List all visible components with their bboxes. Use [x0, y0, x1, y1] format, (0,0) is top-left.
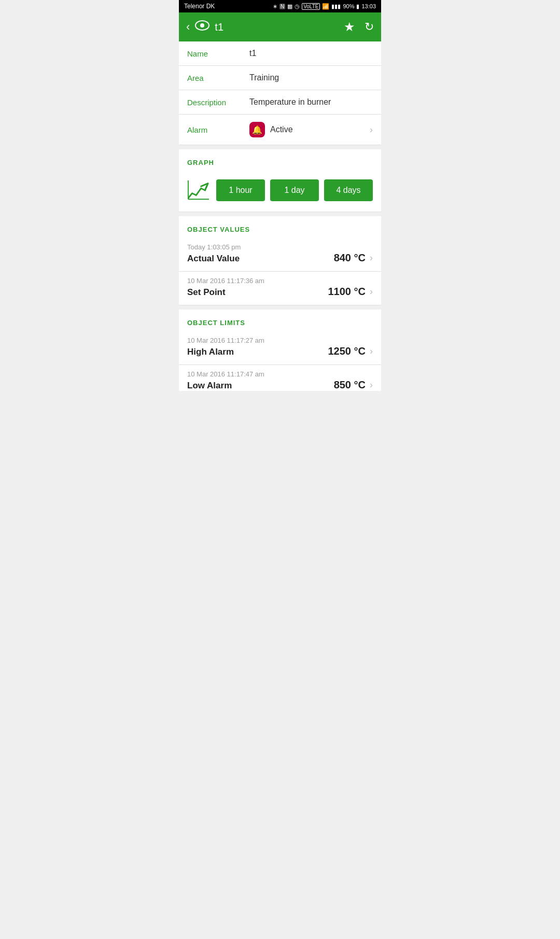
name-label: Name: [187, 49, 249, 58]
area-value: Training: [249, 73, 373, 82]
actual-value-inner: Actual Value 840 °C ›: [187, 252, 373, 264]
description-label: Description: [187, 98, 249, 107]
set-point-inner: Set Point 1100 °C ›: [187, 286, 373, 298]
battery-icon: ▮: [356, 3, 359, 10]
alarm-row[interactable]: Alarm 🔔 Active ›: [179, 115, 381, 145]
high-alarm-row[interactable]: 10 Mar 2016 11:17:27 am High Alarm 1250 …: [179, 331, 381, 365]
status-icons: ∗ N ▩ ◷ VoLTE 📶 ▮▮▮ 90% ▮ 13:03: [273, 3, 376, 10]
high-alarm-inner: High Alarm 1250 °C ›: [187, 345, 373, 357]
low-alarm-timestamp: 10 Mar 2016 11:17:47 am: [187, 370, 373, 378]
alarm-status: Active: [270, 125, 293, 134]
graph-controls: 1 hour 1 day 4 days: [187, 179, 373, 201]
actual-value-timestamp: Today 1:03:05 pm: [187, 243, 373, 251]
battery-label: 90%: [343, 3, 354, 9]
volte-icon: VoLTE: [302, 3, 320, 10]
svg-point-1: [200, 23, 204, 27]
page-title: t1: [215, 21, 344, 33]
object-values-section-header: OBJECT VALUES: [179, 216, 381, 238]
graph-section: 1 hour 1 day 4 days: [179, 171, 381, 212]
low-alarm-row[interactable]: 10 Mar 2016 11:17:47 am Low Alarm 850 °C…: [179, 365, 381, 391]
nfc-icon: N: [279, 4, 285, 9]
low-alarm-reading: 850 °C: [334, 379, 366, 391]
vibrate-icon: ▩: [287, 3, 292, 10]
set-point-reading: 1100 °C: [328, 286, 366, 298]
graph-chart-icon: [187, 179, 209, 201]
alarm-chevron-icon: ›: [370, 124, 373, 135]
description-value: Temperature in burner: [249, 97, 373, 107]
divider-3: [179, 305, 381, 310]
description-row: Description Temperature in burner: [179, 90, 381, 115]
high-alarm-reading: 1250 °C: [328, 345, 366, 357]
back-button[interactable]: ‹: [186, 20, 190, 34]
graph-1hour-button[interactable]: 1 hour: [216, 179, 265, 201]
graph-section-header: GRAPH: [179, 149, 381, 171]
time-label: 13:03: [361, 3, 376, 9]
area-row: Area Training: [179, 66, 381, 90]
bluetooth-icon: ∗: [273, 3, 277, 10]
carrier-label: Telenor DK: [184, 3, 215, 10]
divider-1: [179, 145, 381, 149]
area-label: Area: [187, 74, 249, 82]
graph-section-title: GRAPH: [187, 159, 214, 166]
graph-4days-button[interactable]: 4 days: [324, 179, 373, 201]
object-values-section: Today 1:03:05 pm Actual Value 840 °C › 1…: [179, 238, 381, 305]
set-point-timestamp: 10 Mar 2016 11:17:36 am: [187, 277, 373, 285]
app-bar: ‹ t1 ★ ↻: [179, 12, 381, 41]
wifi-icon: 📶: [322, 3, 329, 10]
low-alarm-chevron-icon: ›: [370, 380, 373, 390]
actual-value-row[interactable]: Today 1:03:05 pm Actual Value 840 °C ›: [179, 238, 381, 272]
actual-value-reading: 840 °C: [334, 252, 366, 264]
actual-value-chevron-icon: ›: [370, 253, 373, 263]
set-point-chevron-icon: ›: [370, 286, 373, 297]
status-bar: Telenor DK ∗ N ▩ ◷ VoLTE 📶 ▮▮▮ 90% ▮ 13:…: [179, 0, 381, 12]
set-point-label: Set Point: [187, 287, 226, 298]
refresh-button[interactable]: ↻: [365, 20, 374, 34]
object-limits-section-header: OBJECT LIMITS: [179, 310, 381, 331]
object-values-title: OBJECT VALUES: [187, 226, 250, 233]
set-point-row[interactable]: 10 Mar 2016 11:17:36 am Set Point 1100 °…: [179, 272, 381, 305]
info-section: Name t1 Area Training Description Temper…: [179, 41, 381, 145]
alarm-value-container: 🔔 Active: [249, 122, 370, 137]
high-alarm-chevron-icon: ›: [370, 346, 373, 357]
name-row: Name t1: [179, 41, 381, 66]
high-alarm-label: High Alarm: [187, 347, 234, 357]
name-value: t1: [249, 49, 373, 58]
low-alarm-inner: Low Alarm 850 °C ›: [187, 379, 373, 391]
eye-icon: [195, 20, 209, 34]
object-limits-title: OBJECT LIMITS: [187, 319, 245, 327]
alarm-label: Alarm: [187, 125, 249, 134]
alarm-bell-icon: 🔔: [249, 122, 265, 137]
high-alarm-timestamp: 10 Mar 2016 11:17:27 am: [187, 337, 373, 344]
star-button[interactable]: ★: [344, 20, 355, 34]
actual-value-label: Actual Value: [187, 254, 240, 264]
divider-2: [179, 212, 381, 216]
low-alarm-label: Low Alarm: [187, 381, 232, 391]
object-limits-section: 10 Mar 2016 11:17:27 am High Alarm 1250 …: [179, 331, 381, 391]
signal-icon: ▮▮▮: [331, 3, 341, 10]
app-bar-actions: ★ ↻: [344, 20, 374, 34]
alarm-icon: ◷: [295, 3, 300, 10]
graph-1day-button[interactable]: 1 day: [270, 179, 319, 201]
